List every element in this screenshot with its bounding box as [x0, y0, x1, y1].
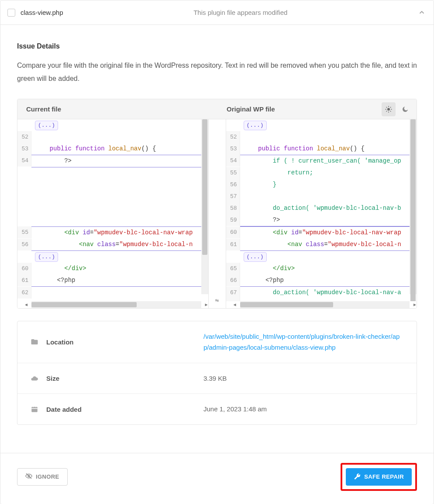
svg-line-6: [390, 111, 391, 112]
diff-left-pane: (...) 52 53 public function local_nav() …: [17, 119, 209, 308]
fold-badge[interactable]: (...): [35, 121, 58, 130]
left-code: (...) 52 53 public function local_nav() …: [17, 119, 201, 301]
svg-rect-10: [33, 406, 34, 407]
right-code: (...) 52 53 public function local_nav() …: [226, 119, 410, 301]
folder-icon: [31, 338, 39, 346]
svg-line-8: [390, 107, 391, 108]
scroll-left-icon[interactable]: ◀: [231, 301, 238, 308]
detail-row-size: Size 3.39 KB: [17, 363, 417, 394]
scroll-right-icon[interactable]: ▶: [411, 301, 417, 308]
diff-header: Current file Original WP file: [17, 99, 417, 119]
date-value: June 1, 2023 1:48 am: [203, 403, 403, 415]
header-subtitle: This plugin file appears modified: [63, 9, 418, 16]
detail-row-date: Date added June 1, 2023 1:48 am: [17, 394, 417, 424]
left-horizontal-scrollbar[interactable]: ◀ ▶: [31, 301, 201, 308]
safe-repair-highlight: SAFE REPAIR: [341, 463, 417, 491]
safe-repair-label: SAFE REPAIR: [364, 473, 404, 480]
scroll-right-icon[interactable]: ▶: [203, 301, 210, 308]
wrench-icon: [354, 473, 361, 481]
diff-left-title: Current file: [17, 105, 217, 113]
svg-line-7: [386, 111, 387, 112]
issue-description: Compare your file with the original file…: [17, 59, 417, 86]
svg-rect-11: [35, 406, 36, 407]
svg-rect-9: [31, 407, 38, 412]
diff-viewer: Current file Original WP file: [17, 99, 417, 309]
right-horizontal-scrollbar[interactable]: ◀ ▶: [240, 301, 410, 308]
issue-details-title: Issue Details: [17, 42, 417, 50]
safe-repair-button[interactable]: SAFE REPAIR: [346, 468, 412, 486]
panel-header[interactable]: class-view.php This plugin file appears …: [0, 0, 434, 25]
dark-theme-button[interactable]: [398, 102, 412, 116]
panel-footer: IGNORE SAFE REPAIR: [0, 453, 434, 504]
location-label: Location: [46, 338, 203, 346]
date-label: Date added: [46, 406, 203, 413]
calendar-icon: [31, 405, 39, 413]
fold-badge[interactable]: (...): [35, 252, 58, 262]
filename: class-view.php: [21, 9, 63, 16]
file-checkbox[interactable]: [7, 9, 15, 17]
size-value: 3.39 KB: [203, 373, 403, 384]
scroll-left-icon[interactable]: ◀: [23, 301, 30, 308]
eye-off-icon: [25, 473, 32, 481]
detail-row-location: Location /var/web/site/public_html/wp-co…: [17, 321, 417, 363]
ignore-button[interactable]: IGNORE: [17, 468, 68, 486]
light-theme-button[interactable]: [382, 102, 396, 116]
svg-line-5: [386, 107, 387, 108]
right-vertical-scrollbar[interactable]: [410, 119, 417, 294]
cloud-icon: [31, 375, 39, 382]
location-link[interactable]: /var/web/site/public_html/wp-content/plu…: [203, 333, 400, 351]
ignore-label: IGNORE: [36, 473, 59, 480]
diff-right-pane: (...) 52 53 public function local_nav() …: [226, 119, 417, 308]
fold-badge[interactable]: (...): [244, 252, 267, 262]
svg-point-0: [387, 108, 390, 111]
left-vertical-scrollbar[interactable]: [201, 119, 208, 294]
file-issue-panel: class-view.php This plugin file appears …: [0, 0, 434, 504]
fold-badge[interactable]: (...): [244, 121, 267, 130]
svg-rect-12: [31, 408, 38, 409]
diff-panes: (...) 52 53 public function local_nav() …: [17, 119, 417, 308]
chevron-up-icon[interactable]: [418, 8, 427, 17]
size-label: Size: [46, 375, 203, 382]
diff-sync-icon[interactable]: ⇋: [209, 119, 226, 308]
details-box: Location /var/web/site/public_html/wp-co…: [17, 321, 417, 425]
